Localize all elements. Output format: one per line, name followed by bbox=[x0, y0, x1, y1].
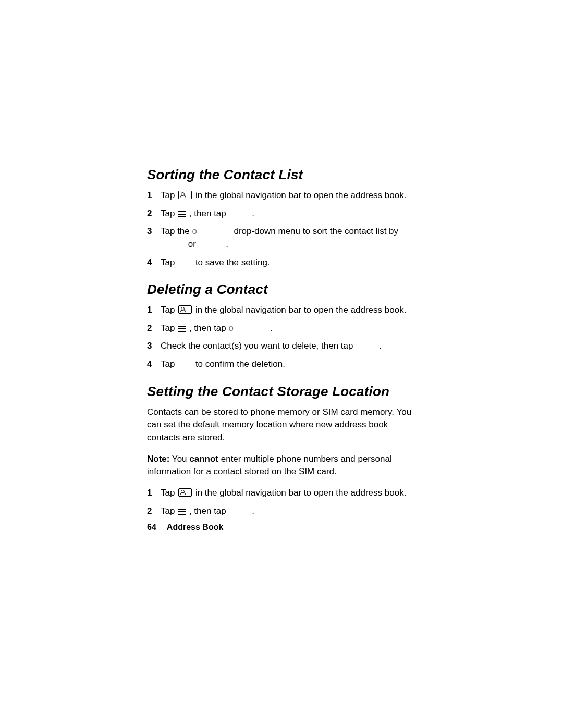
heading-storage: Setting the Contact Storage Location bbox=[147, 384, 423, 400]
text: to save the setting. bbox=[195, 257, 270, 267]
text: in the global navigation bar to open the… bbox=[195, 305, 407, 315]
step: 1 Tap in the global navigation bar to op… bbox=[147, 487, 423, 500]
note-paragraph: Note: You cannot enter multiple phone nu… bbox=[147, 453, 423, 478]
text: drop-down menu to sort the contact list … bbox=[234, 226, 398, 236]
manual-page: Sorting the Contact List 1 Tap in the gl… bbox=[0, 0, 563, 728]
paragraph: Contacts can be stored to phone memory o… bbox=[147, 406, 423, 445]
step: 4 Tap to save the setting. bbox=[147, 256, 423, 269]
menu-icon bbox=[178, 211, 186, 217]
text: Tap the bbox=[161, 226, 192, 236]
step-text: Tap , then tap . bbox=[161, 505, 423, 518]
step-number: 1 bbox=[147, 189, 161, 202]
text: Tap bbox=[161, 488, 177, 498]
step-text: Tap , then tap . bbox=[161, 207, 423, 220]
text: Tap bbox=[161, 208, 177, 218]
text: , then tap bbox=[189, 323, 229, 333]
faded-text: o bbox=[229, 323, 234, 333]
step: 4 Tap to confirm the deletion. bbox=[147, 358, 423, 371]
heading-deleting: Deleting a Contact bbox=[147, 281, 423, 298]
page-footer: 64 Address Book bbox=[147, 523, 423, 532]
step-number: 3 bbox=[147, 225, 161, 238]
text: Tap bbox=[161, 359, 177, 369]
step-number: 1 bbox=[147, 304, 161, 317]
text: Tap bbox=[161, 506, 177, 516]
step-text: Tap in the global navigation bar to open… bbox=[161, 487, 423, 500]
page-content: Sorting the Contact List 1 Tap in the gl… bbox=[147, 167, 423, 532]
steps-sorting: 1 Tap in the global navigation bar to op… bbox=[147, 189, 423, 269]
text: Tap bbox=[161, 190, 177, 200]
step-text: Tap , then tap o . bbox=[161, 322, 423, 335]
note-emphasis: cannot bbox=[189, 454, 218, 464]
step: 2 Tap , then tap . bbox=[147, 505, 423, 518]
text: in the global navigation bar to open the… bbox=[195, 190, 407, 200]
step-number: 3 bbox=[147, 340, 161, 353]
text: , then tap bbox=[189, 506, 229, 516]
address-book-icon bbox=[178, 305, 192, 314]
text: . bbox=[252, 208, 254, 218]
step: 3 Check the contact(s) you want to delet… bbox=[147, 340, 423, 353]
step-number: 4 bbox=[147, 256, 161, 269]
text: Tap bbox=[161, 305, 177, 315]
step-text: Tap to save the setting. bbox=[161, 256, 423, 269]
step: 1 Tap in the global navigation bar to op… bbox=[147, 189, 423, 202]
page-number: 64 bbox=[147, 523, 165, 532]
text: . bbox=[252, 506, 254, 516]
text: in the global navigation bar to open the… bbox=[195, 488, 407, 498]
faded-text: o bbox=[192, 226, 198, 236]
step-text: Tap in the global navigation bar to open… bbox=[161, 304, 423, 317]
step: 2 Tap , then tap . bbox=[147, 207, 423, 220]
step-text: Tap to confirm the deletion. bbox=[161, 358, 423, 371]
menu-icon bbox=[178, 326, 186, 332]
heading-sorting: Sorting the Contact List bbox=[147, 167, 423, 183]
text: . bbox=[270, 323, 273, 333]
step: 2 Tap , then tap o . bbox=[147, 322, 423, 335]
step: 1 Tap in the global navigation bar to op… bbox=[147, 304, 423, 317]
text: Tap bbox=[161, 257, 177, 267]
step-text: Tap the o drop-down menu to sort the con… bbox=[161, 225, 423, 251]
footer-title: Address Book bbox=[167, 523, 223, 532]
text: or bbox=[188, 239, 199, 249]
step: 3 Tap the o drop-down menu to sort the c… bbox=[147, 225, 423, 251]
menu-icon bbox=[178, 509, 186, 515]
text: . bbox=[226, 239, 228, 249]
text: , then tap bbox=[189, 208, 229, 218]
steps-storage: 1 Tap in the global navigation bar to op… bbox=[147, 487, 423, 517]
step-number: 2 bbox=[147, 505, 161, 518]
address-book-icon bbox=[178, 488, 192, 497]
text: . bbox=[379, 341, 382, 351]
text: Tap bbox=[161, 323, 177, 333]
note-label: Note: bbox=[147, 454, 169, 464]
text: Check the contact(s) you want to delete,… bbox=[161, 341, 356, 351]
step-text: Tap in the global navigation bar to open… bbox=[161, 189, 423, 202]
address-book-icon bbox=[178, 191, 192, 199]
step-text: Check the contact(s) you want to delete,… bbox=[161, 340, 423, 353]
step-number: 2 bbox=[147, 207, 161, 220]
text: You bbox=[169, 454, 189, 464]
step-number: 1 bbox=[147, 487, 161, 500]
step-number: 4 bbox=[147, 358, 161, 371]
step-number: 2 bbox=[147, 322, 161, 335]
steps-deleting: 1 Tap in the global navigation bar to op… bbox=[147, 304, 423, 371]
text: to confirm the deletion. bbox=[195, 359, 285, 369]
